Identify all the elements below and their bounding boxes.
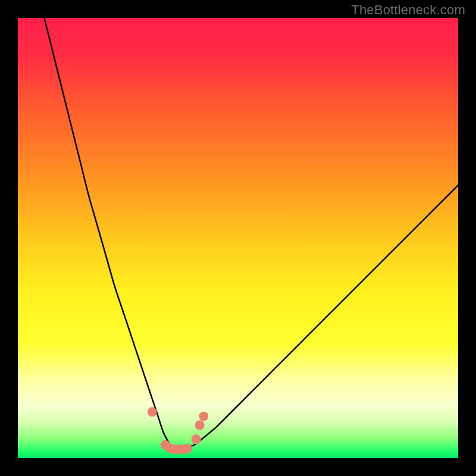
watermark-text: TheBottleneck.com xyxy=(351,2,465,18)
gradient-background xyxy=(18,18,458,458)
plot-area xyxy=(18,18,458,458)
marker-point xyxy=(183,444,192,453)
marker-point xyxy=(195,421,205,430)
chart-svg xyxy=(18,18,458,458)
marker-point xyxy=(192,434,201,444)
marker-point xyxy=(148,407,157,416)
marker-point xyxy=(199,412,208,421)
chart-frame: TheBottleneck.com xyxy=(0,0,476,476)
